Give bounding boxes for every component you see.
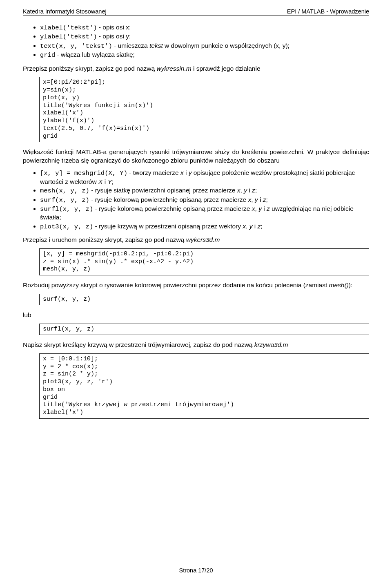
list-item: [x, y] = meshgrid(X, Y) - tworzy macierz… (40, 169, 369, 186)
text: - rysuje kolorową powierzchnię opisaną p… (93, 205, 252, 212)
text: - rysuje kolorową powierzchnię opisaną p… (89, 196, 248, 203)
list-item: ylabel('tekst') - opis osi y; (40, 32, 369, 41)
text: - rysuje siatkę powierzchni opisanej prz… (89, 187, 237, 194)
list-item: text(x, y, 'tekst') - umieszcza tekst w … (40, 42, 369, 50)
code-block: x=[0:pi/20:2*pi]; y=sin(x); plot(x, y) t… (39, 77, 369, 142)
bullet-list-2: [x, y] = meshgrid(X, Y) - tworzy macierz… (23, 169, 369, 231)
italic-text: mesh() (329, 282, 349, 288)
italic-text: x (180, 169, 184, 176)
text: - opis osi y; (97, 33, 131, 40)
text: ; (112, 178, 114, 185)
text: Rozbuduj powyższy skrypt o rysowanie kol… (23, 282, 329, 288)
text: ): (349, 282, 352, 288)
paragraph: Rozbuduj powyższy skrypt o rysowanie kol… (23, 281, 369, 289)
text: - tworzy macierze (127, 169, 180, 176)
header-left: Katedra Informatyki Stosowanej (23, 8, 107, 15)
list-item: surfl(x, y, z) - rysuje kolorową powierz… (40, 205, 369, 222)
text: i sprawdź jego działanie (192, 65, 261, 72)
text: - umieszcza (112, 42, 149, 49)
text: Przepisz i uruchom poniższy skrypt, zapi… (23, 236, 186, 243)
text: - opis osi x; (97, 24, 131, 31)
paragraph: Przepisz poniższy skrypt, zapisz go pod … (23, 65, 369, 73)
text: ; (266, 196, 267, 203)
text: Przepisz poniższy skrypt, zapisz go pod … (23, 65, 156, 72)
italic-text: Y (107, 178, 111, 185)
text: w dowolnym punkcie o współrzędnych (x, y… (163, 42, 290, 49)
paragraph: Napisz skrypt kreślący krzywą w przestrz… (23, 341, 369, 349)
code-block: surfl(x, y, z) (39, 324, 369, 335)
italic-text: x (237, 187, 241, 194)
italic-text: X (98, 178, 102, 185)
text: , (246, 223, 249, 230)
text: - włącza lub wyłącza siatkę; (55, 51, 135, 58)
code-inline: [x, y] = meshgrid(X, Y) (40, 170, 127, 177)
italic-text: tekst (149, 42, 163, 49)
page: Katedra Informatyki Stosowanej EPI / MAT… (0, 0, 392, 581)
code-inline: mesh(x, y, z) (40, 187, 89, 194)
code-inline: plot3(x, y, z) (40, 223, 93, 230)
paragraph: Większość funkcji MATLAB-a generujących … (23, 148, 369, 165)
content: xlabel('tekst') - opis osi x; ylabel('te… (23, 23, 369, 419)
italic-text: y (258, 205, 262, 212)
code-inline: text(x, y, 'tekst') (40, 42, 112, 50)
list-item: grid - włącza lub wyłącza siatkę; (40, 51, 369, 59)
italic-text: z (267, 205, 270, 212)
text: , (241, 187, 244, 194)
page-header: Katedra Informatyki Stosowanej EPI / MAT… (23, 8, 369, 16)
code-inline: ylabel('tekst') (40, 33, 97, 40)
italic-text: y (189, 169, 192, 176)
text: ; (261, 223, 262, 230)
italic-text: z (252, 187, 255, 194)
list-item: mesh(x, y, z) - rysuje siatkę powierzchn… (40, 186, 369, 195)
text: i (258, 196, 263, 203)
text: i (252, 223, 257, 230)
header-right: EPI / MATLAB - Wprowadzenie (287, 8, 369, 15)
text: i (184, 169, 189, 176)
italic-text: x (252, 205, 255, 212)
text: - rysuje krzywą w przestrzeni opisaną pr… (93, 223, 243, 230)
bullet-list-1: xlabel('tekst') - opis osi x; ylabel('te… (23, 23, 369, 60)
text: ; (255, 187, 257, 194)
italic-text: krzywa3d.m (254, 341, 288, 348)
paragraph-lub: lub (23, 311, 369, 319)
code-block: x = [0:0.1:10]; y = 2 * cos(x); z = sin(… (39, 353, 369, 419)
list-item: plot3(x, y, z) - rysuje krzywą w przestr… (40, 222, 369, 231)
code-inline: grid (40, 51, 55, 59)
italic-text: wykressin.m (156, 65, 191, 72)
code-inline: xlabel('tekst') (40, 24, 97, 31)
text: i (247, 187, 252, 194)
text: , (251, 196, 255, 203)
text: i (262, 205, 267, 212)
code-block: [x, y] = meshgrid(-pi:0.2:pi, -pi:0.2:pi… (39, 248, 369, 275)
code-block: surf(x, y, z) (39, 294, 369, 306)
text: Napisz skrypt kreślący krzywą w przestrz… (23, 341, 254, 348)
italic-text: y (244, 187, 247, 194)
text: i (102, 178, 107, 185)
list-item: surf(x, y, z) - rysuje kolorową powierzc… (40, 196, 369, 204)
list-item: xlabel('tekst') - opis osi x; (40, 23, 369, 32)
code-inline: surfl(x, y, z) (40, 206, 93, 213)
text: , (255, 205, 259, 212)
code-inline: surf(x, y, z) (40, 197, 89, 204)
italic-text: wykers3d.m (186, 236, 220, 243)
paragraph: Przepisz i uruchom poniższy skrypt, zapi… (23, 236, 369, 244)
page-footer: Strona 17/20 (23, 566, 369, 574)
italic-text: y (255, 196, 258, 203)
italic-text: x (243, 223, 246, 230)
